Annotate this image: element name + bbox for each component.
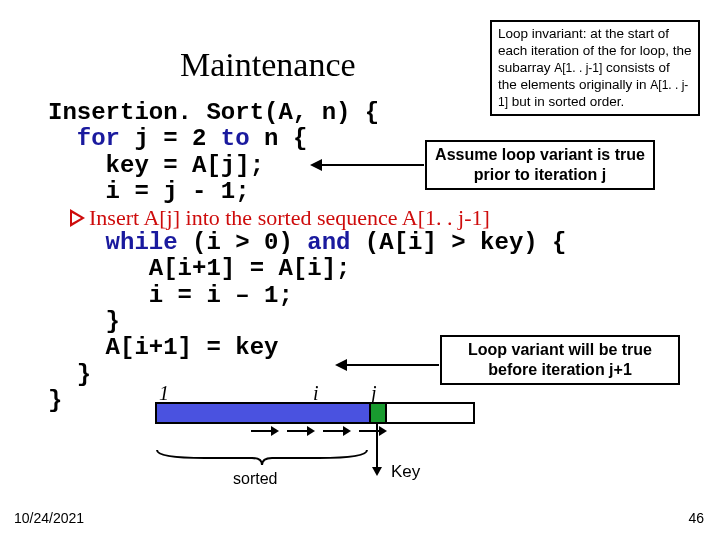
triangle-icon (70, 209, 85, 227)
code-l1: Insertion. Sort(A, n) { (48, 100, 567, 126)
assume-line1: Assume loop variant is true (433, 145, 647, 165)
assume-line2: prior to iteration j (433, 165, 647, 185)
code-l8: } (48, 309, 567, 335)
true-line1: Loop variant will be true (448, 340, 672, 360)
arrow-to-true (345, 364, 439, 366)
arrow-to-assume (320, 164, 424, 166)
slide-number: 46 (688, 510, 704, 526)
array-diagram: 1 i j sorted Key (155, 402, 475, 424)
true-line2: before iteration j+1 (448, 360, 672, 380)
assume-box: Assume loop variant is true prior to ite… (425, 140, 655, 190)
key-arrow-icon (376, 424, 378, 468)
slide-title: Maintenance (180, 46, 356, 84)
code-comment: Insert A[j] into the sorted sequence A[1… (48, 206, 567, 230)
sorted-label: sorted (233, 470, 277, 488)
shift-arrow-icon (323, 430, 345, 432)
true-box: Loop variant will be true before iterati… (440, 335, 680, 385)
array-bar (155, 402, 475, 424)
footer-date: 10/24/2021 (14, 510, 84, 526)
code-l5: while (i > 0) and (A[i] > key) { (48, 230, 567, 256)
shift-arrow-icon (287, 430, 309, 432)
code-l7: i = i – 1; (48, 283, 567, 309)
brace-icon (155, 448, 369, 466)
shift-arrow-icon (251, 430, 273, 432)
key-label: Key (391, 462, 420, 482)
invariant-small-1: A[1. . j-1] (554, 61, 602, 75)
code-l6: A[i+1] = A[i]; (48, 256, 567, 282)
current-cell (369, 404, 387, 422)
